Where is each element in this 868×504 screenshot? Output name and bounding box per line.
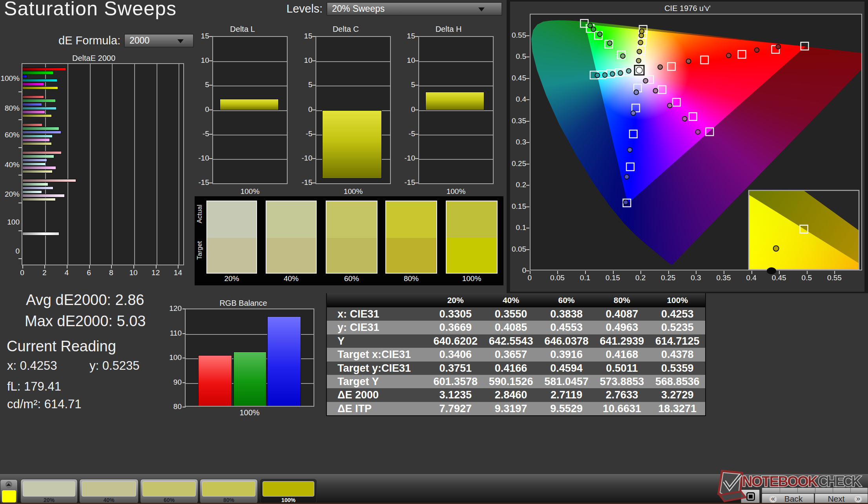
svg-text:CHECK: CHECK xyxy=(818,473,862,489)
svg-text:NOTEBOOK: NOTEBOOK xyxy=(742,473,818,489)
